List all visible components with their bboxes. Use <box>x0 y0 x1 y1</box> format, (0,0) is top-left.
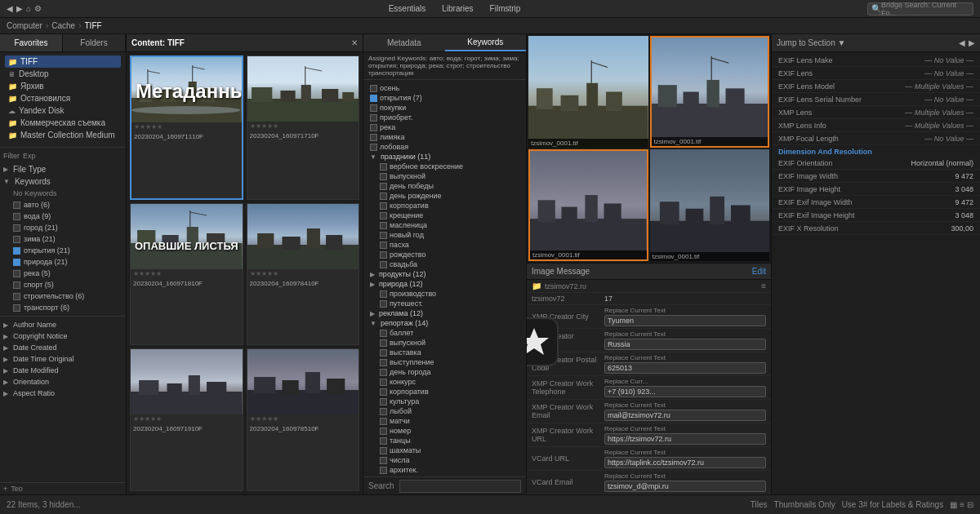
filter-date-modified[interactable]: ▶ Date Modified <box>0 365 126 376</box>
kw-priobt[interactable]: приобрет. <box>363 113 526 122</box>
home-btn[interactable]: ⌂ <box>26 4 31 13</box>
kw-pokup[interactable]: покупки <box>363 103 526 113</box>
kw-reklama[interactable]: ▶ реклама (12) <box>363 308 526 318</box>
kw-reportazh[interactable]: ▼ репортаж (14) <box>363 318 526 328</box>
kw-korporativ[interactable]: корпоратив <box>363 201 526 210</box>
sidebar-item-archive[interactable]: 📁 Яpxив <box>5 80 121 92</box>
email-input[interactable] <box>604 410 766 421</box>
preview-item-2[interactable]: tzsimov_0001.tif <box>650 36 770 148</box>
search-kw-input[interactable] <box>399 480 521 493</box>
kw-vypuskn[interactable]: выпускной <box>363 171 526 181</box>
filter-voda[interactable]: вода (9) <box>0 210 126 222</box>
list-view-btn[interactable]: ≡ <box>960 500 964 509</box>
filter-orientation[interactable]: ▶ Orientation <box>0 376 126 388</box>
jump-label[interactable]: Jump to Section ▼ <box>777 38 845 47</box>
tab-essentials[interactable]: Essentials <box>389 4 426 13</box>
filter-date-created[interactable]: ▶ Date Created <box>0 342 126 353</box>
kw-den-rozh[interactable]: день рождение <box>363 191 526 201</box>
kw-vypusk2[interactable]: выпускной <box>363 338 526 348</box>
kw-priroda[interactable]: ▶ природа (12) <box>363 279 526 289</box>
content-options[interactable]: ✕ <box>351 38 358 47</box>
thumb-item-5[interactable]: ★★★★★ 20230204_160971910F <box>130 348 243 491</box>
kw-otkr[interactable]: открытия (7) <box>363 93 526 103</box>
kw-osen[interactable]: осень <box>363 83 526 93</box>
kw-den-pobedy[interactable]: день победы <box>363 181 526 191</box>
kw-kultura[interactable]: культура <box>363 397 526 406</box>
kw-matchi[interactable]: матчи <box>363 416 526 426</box>
filter-date-original[interactable]: ▶ Date Time Original <box>0 353 126 365</box>
kw-svadba[interactable]: свадьба <box>363 259 526 269</box>
tab-metadata[interactable]: Metadata <box>363 34 445 51</box>
kw-kreshen[interactable]: крещение <box>363 210 526 220</box>
add-filter-btn[interactable]: + <box>3 485 7 493</box>
filter-stroit[interactable]: строительство (6) <box>0 290 126 302</box>
thumb-item-1[interactable]: Метаданные ★★★★★ 20230204_160971110F <box>130 55 243 200</box>
thumb-item-3[interactable]: ОПАВШИЕ ЛИСТЬЯ ★★★★★ 20230204_160971810F <box>130 203 243 346</box>
kw-tantsy[interactable]: танцы <box>363 436 526 445</box>
kw-reka[interactable]: река <box>363 122 526 132</box>
filter-otkr[interactable]: открытия (21) <box>0 245 126 256</box>
filter-avto[interactable]: авто (6) <box>0 199 126 210</box>
pagination-next[interactable]: ▶ <box>969 38 975 47</box>
filter-transport[interactable]: транспорт (6) <box>0 302 126 313</box>
kw-lobovaya[interactable]: лобовая <box>363 142 526 152</box>
kw-korp2[interactable]: корпоратив <box>363 387 526 397</box>
country-input[interactable] <box>604 339 766 350</box>
filter-sport[interactable]: спорт (5) <box>0 279 126 290</box>
kw-proizv[interactable]: производство <box>363 289 526 299</box>
filter-file-type[interactable]: ▶ File Type <box>0 163 126 175</box>
filter-no-kw[interactable]: No Keywords <box>0 188 126 199</box>
filter-gorod[interactable]: город (21) <box>0 222 126 233</box>
vcard-email-input[interactable] <box>604 481 766 492</box>
kw-produkty[interactable]: ▶ продукты (12) <box>363 269 526 279</box>
tab-libraries[interactable]: Libraries <box>442 4 473 13</box>
kw-verbnoe[interactable]: вербное воскресение <box>363 162 526 171</box>
kw-shakhmaty[interactable]: шахматы <box>363 445 526 455</box>
sidebar-item-desktop[interactable]: 🖥 Desktop <box>5 68 121 80</box>
grid-view-btn[interactable]: ▦ <box>950 500 957 509</box>
filter-copyright[interactable]: ▶ Copyright Notice <box>0 330 126 342</box>
kw-vystavka[interactable]: выставка <box>363 348 526 357</box>
kw-balet[interactable]: баллет <box>363 328 526 338</box>
city-input[interactable] <box>604 315 766 326</box>
kw-den-goroda[interactable]: день города <box>363 367 526 377</box>
kw-vystup[interactable]: выступление <box>363 357 526 367</box>
tab-keywords[interactable]: Keywords <box>445 34 527 51</box>
kw-prazdniki[interactable]: ▼ праздники (11) <box>363 152 526 162</box>
sidebar-item-master[interactable]: 📁 Master Collection Medium <box>5 129 121 141</box>
path-cache[interactable]: Cache <box>51 21 75 30</box>
kw-arhitek[interactable]: архитек. <box>363 465 526 475</box>
kw-putesh[interactable]: путешест. <box>363 299 526 308</box>
kw-chisla[interactable]: числа <box>363 455 526 465</box>
preview-item-1[interactable]: tzsimov_0001.tif <box>528 36 648 148</box>
kw-maslen[interactable]: масленица <box>363 220 526 230</box>
path-tiff[interactable]: TIFF <box>85 21 102 30</box>
fwd-btn[interactable]: ▶ <box>16 4 23 13</box>
thumb-item-6[interactable]: ★★★★★ 20230204_160978510F <box>247 348 360 491</box>
filter-keywords[interactable]: ▼ Keywords <box>0 175 126 188</box>
search-box[interactable]: 🔍 Bridge Search: Current Fo... <box>867 2 973 16</box>
url-input[interactable] <box>604 433 766 445</box>
detail-view-btn[interactable]: ⊟ <box>967 500 973 509</box>
tab-folders[interactable]: Folders <box>63 34 126 51</box>
tab-filmstrip[interactable]: Filmstrip <box>490 4 521 13</box>
sidebar-item-ostanovil[interactable]: 📁 Остановился <box>5 92 121 104</box>
phone-input[interactable] <box>604 386 766 397</box>
path-computer[interactable]: Computer <box>7 21 42 30</box>
filter-priroda[interactable]: природа (21) <box>0 256 126 268</box>
back-btn[interactable]: ◀ <box>7 4 13 13</box>
preview-item-4[interactable]: tzsimov_0001.tif <box>650 149 770 261</box>
filter-reka[interactable]: река (5) <box>0 268 126 279</box>
thumb-item-4[interactable]: ★★★★★ 20230204_160978410F <box>247 203 360 346</box>
kw-pasha[interactable]: пасха <box>363 240 526 250</box>
edit-label[interactable]: Edit <box>752 267 766 276</box>
tab-favorites[interactable]: Favorites <box>0 34 63 51</box>
kw-novy-god[interactable]: новый год <box>363 230 526 240</box>
filter-aspect[interactable]: ▶ Aspect Ratio <box>0 388 126 399</box>
pagination-prev[interactable]: ◀ <box>959 38 965 47</box>
kw-limyaka[interactable]: лимяка <box>363 132 526 142</box>
sidebar-item-yandex[interactable]: ☁ Yandex Disk <box>5 104 121 117</box>
postal-input[interactable] <box>604 362 766 374</box>
vcard-url-input[interactable] <box>604 457 766 468</box>
kw-rozhdestvo[interactable]: рождество <box>363 250 526 259</box>
